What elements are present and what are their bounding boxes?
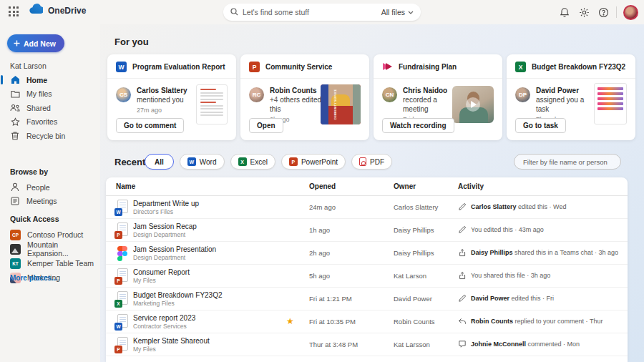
activity-text: shared this in a Teams chat · 3h ago bbox=[513, 249, 618, 256]
notifications-bell-icon[interactable] bbox=[558, 6, 571, 19]
filter-pill-powerpoint[interactable]: PPowerPoint bbox=[281, 154, 346, 170]
add-new-button[interactable]: Add New bbox=[7, 34, 64, 52]
share-icon bbox=[458, 271, 467, 280]
activity-cell: You shared this file · 3h ago bbox=[458, 271, 550, 280]
person-name: Robin Counts bbox=[270, 87, 317, 94]
filter-pill-word[interactable]: WWord bbox=[180, 154, 225, 170]
account-avatar[interactable] bbox=[623, 5, 638, 20]
sidebar-item-meetings[interactable]: Meetings bbox=[0, 195, 100, 209]
contoso-product-icon: CP bbox=[10, 230, 21, 240]
avatar: RC bbox=[249, 87, 264, 102]
onedrive-brand[interactable]: OneDrive bbox=[27, 4, 86, 17]
file-name-cell[interactable]: Department Write upDirector's Files bbox=[133, 200, 199, 215]
column-header-name[interactable]: Name bbox=[116, 182, 135, 190]
sidebar-item-label: Recycle bin bbox=[26, 132, 65, 140]
sidebar-item-label: Home bbox=[26, 76, 47, 84]
go-to-task-button[interactable]: Go to task bbox=[515, 118, 566, 133]
table-row[interactable]: P Kempler State ShareoutMy Files Thur at… bbox=[106, 333, 628, 356]
video-thumbnail[interactable] bbox=[452, 86, 494, 123]
onedrive-logo-icon bbox=[27, 4, 43, 17]
file-location: Marketing Files bbox=[133, 300, 223, 307]
file-location: Director's Files bbox=[133, 208, 199, 215]
top-actions bbox=[558, 0, 638, 24]
file-name-cell[interactable]: Consumer ReportMy Files bbox=[133, 268, 190, 284]
go-to-comment-button[interactable]: Go to comment bbox=[116, 118, 184, 133]
search-input[interactable] bbox=[243, 8, 381, 16]
more-places-link[interactable]: More places... bbox=[10, 274, 57, 282]
sidebar-item-my-files[interactable]: My files bbox=[0, 87, 100, 102]
table-row[interactable]: P Consumer ReportMy Files 5h ago Kat Lar… bbox=[106, 265, 628, 288]
sidebar-item-shared[interactable]: Shared bbox=[0, 101, 100, 115]
sidebar-item-recycle-bin[interactable]: Recycle bin bbox=[0, 129, 100, 143]
avatar: DP bbox=[515, 87, 530, 102]
recent-files-table: Name Opened Owner Activity W Department … bbox=[106, 177, 628, 362]
watch-recording-button[interactable]: Watch recording bbox=[382, 118, 454, 133]
for-you-card-fundraising-plan[interactable]: Fundraising Plan CN Chris Naidoo recorde… bbox=[374, 54, 502, 140]
activity-text: edited this · Wed bbox=[517, 203, 567, 210]
open-button[interactable]: Open bbox=[249, 118, 283, 133]
activity-action: recorded a meeting bbox=[403, 96, 437, 113]
table-row[interactable]: W Department Write upDirector's Files 24… bbox=[106, 196, 628, 219]
column-header-activity[interactable]: Activity bbox=[458, 182, 484, 190]
app-launcher-icon[interactable] bbox=[9, 6, 20, 18]
card-header: P Community Service bbox=[240, 54, 369, 79]
filter-pill-pdf[interactable]: PDF bbox=[351, 154, 392, 170]
sidebar-item-favorites[interactable]: Favorites bbox=[0, 115, 100, 129]
pdf-icon bbox=[359, 157, 366, 166]
column-header-opened[interactable]: Opened bbox=[309, 182, 336, 190]
app-title: OneDrive bbox=[48, 6, 86, 16]
filter-input[interactable] bbox=[514, 154, 621, 170]
table-row[interactable]: W Service report 2023Contractor Services… bbox=[106, 310, 628, 333]
file-name-cell[interactable]: Jam Session RecapDesign Department bbox=[133, 222, 197, 238]
settings-gear-icon[interactable] bbox=[577, 6, 590, 19]
for-you-card-program-evaluation[interactable]: W Program Evaluation Report CS Carlos Sl… bbox=[107, 54, 236, 140]
main-content: For you W Program Evaluation Report CS C… bbox=[100, 24, 644, 362]
search-scope-dropdown[interactable]: All files bbox=[381, 8, 414, 16]
opened-cell: Fri at 10:35 PM bbox=[309, 318, 356, 326]
activity-text: replied to your comment · Thur bbox=[513, 318, 602, 325]
pill-label: PDF bbox=[370, 158, 384, 166]
table-row[interactable]: P Jam Session RecapDesign Department 1h … bbox=[106, 219, 628, 242]
sidebar-item-mountain-expansion[interactable]: Mountain Expansion... bbox=[0, 242, 100, 256]
pill-label: Excel bbox=[250, 158, 268, 166]
file-name-cell[interactable]: Budget Breakdown FY23Q2Marketing Files bbox=[133, 291, 223, 307]
file-name-cell[interactable]: Service report 2023Contractor Services bbox=[133, 314, 195, 330]
powerpoint-file-icon: P bbox=[114, 337, 129, 353]
owner-cell: Daisy Phillips bbox=[394, 226, 434, 234]
table-row[interactable]: Jam Session PresentationDesign Departmen… bbox=[106, 242, 628, 265]
activity-cell: Daisy Phillips shared this in a Teams ch… bbox=[458, 248, 618, 257]
filter-pill-excel[interactable]: XExcel bbox=[230, 154, 275, 170]
sidebar-item-label: Shared bbox=[26, 104, 51, 112]
word-file-icon: W bbox=[116, 62, 127, 72]
figma-file-icon bbox=[114, 245, 129, 262]
browse-by-heading: Browse by bbox=[0, 165, 100, 180]
table-row[interactable]: X Budget Breakdown FY23Q2Marketing Files… bbox=[106, 288, 628, 310]
sidebar-item-kemper-table-team[interactable]: KT Kemper Table Team bbox=[0, 256, 100, 270]
help-icon[interactable] bbox=[597, 6, 610, 19]
stream-video-icon bbox=[382, 62, 393, 72]
file-name-cell[interactable]: Kempler State ShareoutMy Files bbox=[133, 337, 210, 353]
opened-cell: 5h ago bbox=[309, 272, 330, 280]
file-name: Kempler State Shareout bbox=[133, 337, 210, 346]
person-icon bbox=[10, 182, 20, 192]
play-icon bbox=[466, 97, 480, 112]
favorite-star-icon[interactable]: ★ bbox=[286, 316, 294, 326]
filter-pill-all[interactable]: All bbox=[145, 154, 174, 170]
activity-person: Carlos Slattery bbox=[471, 203, 517, 210]
file-name-cell[interactable]: Jam Session PresentationDesign Departmen… bbox=[133, 245, 216, 261]
file-name: Jam Session Presentation bbox=[133, 245, 216, 254]
file-location: Contractor Services bbox=[133, 323, 195, 330]
opened-cell: 1h ago bbox=[309, 226, 330, 234]
sidebar-item-home[interactable]: Home bbox=[0, 73, 100, 87]
excel-file-icon: X bbox=[114, 291, 129, 308]
powerpoint-file-icon: P bbox=[114, 222, 129, 239]
card-header: W Program Evaluation Report bbox=[107, 54, 236, 79]
search-bar[interactable]: All files bbox=[223, 4, 421, 21]
sidebar-item-contoso-product[interactable]: CP Contoso Product bbox=[0, 228, 100, 242]
activity-cell: Johnie McConnell commented · Mon bbox=[458, 340, 580, 348]
column-header-owner[interactable]: Owner bbox=[394, 182, 416, 190]
sidebar-item-people[interactable]: People bbox=[0, 180, 100, 195]
for-you-card-community-service[interactable]: P Community Service RC Robin Counts +4 o… bbox=[240, 54, 369, 140]
sidebar-item-label: Meetings bbox=[26, 197, 57, 205]
for-you-card-budget-breakdown[interactable]: X Budget Breakdown FY23Q2 DP David Power… bbox=[507, 54, 635, 140]
